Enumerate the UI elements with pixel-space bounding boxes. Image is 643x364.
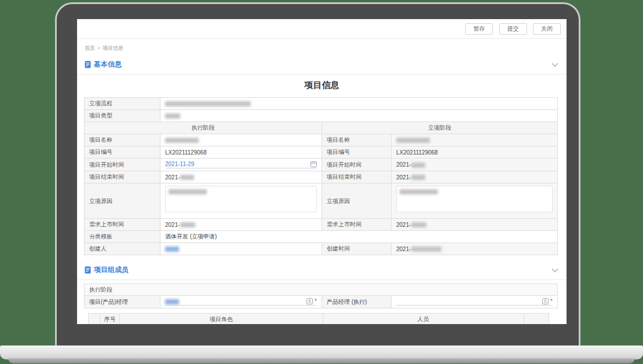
members-list-table: 序号 项目角色 人员 1 项目(产品)经理 2 产品经理(执行)	[88, 313, 549, 324]
app-window: 暂存 提交 关闭 首页>项目信息 基本信息 项目信息 立项流程	[77, 19, 567, 324]
table-row: 项目编号 LX20211129068 项目编号 LX20211129068	[85, 146, 558, 159]
creator-label: 创建人	[85, 243, 160, 255]
start-date-label: 项目开始时间	[85, 159, 160, 171]
basic-info-section-header[interactable]: 基本信息	[85, 60, 558, 69]
project-name-label: 项目名称	[85, 134, 160, 146]
actions-header	[524, 314, 549, 325]
start-date-input[interactable]: 2021-11-29	[165, 161, 317, 168]
members-section-title: 项目组成员	[94, 265, 129, 275]
submit-button[interactable]: 提交	[499, 23, 527, 35]
required-marker: *	[315, 299, 317, 304]
end-date-init-value: 2021-	[392, 171, 558, 183]
table-row: 立项流程	[85, 98, 558, 110]
project-code-label: 项目编号	[322, 146, 392, 159]
index-header: 序号	[100, 314, 120, 325]
section-divider	[77, 74, 567, 75]
launch-date-exec-value: 2021-	[160, 219, 322, 231]
members-form-table: 执行阶段 项目(产品)经理 * 产品经理 (执行)	[84, 284, 558, 308]
breadcrumb-separator: >	[97, 45, 100, 51]
type-value	[160, 110, 558, 122]
pm-value[interactable]	[165, 298, 306, 304]
calendar-icon[interactable]	[310, 161, 317, 167]
chevron-down-icon[interactable]	[551, 62, 558, 67]
required-marker: *	[550, 299, 553, 304]
pm-exec-cell: *	[392, 296, 558, 308]
person-header: 人员	[323, 314, 524, 325]
launch-date-label: 需求上市时间	[85, 219, 160, 231]
execution-phase-header: 执行阶段	[85, 122, 322, 134]
project-name-exec-value	[160, 134, 322, 146]
process-value	[160, 98, 558, 110]
project-name-init-value	[392, 134, 558, 146]
pm-picker-input[interactable]: *	[165, 298, 317, 306]
close-button[interactable]: 关闭	[533, 23, 561, 35]
user-picker-icon[interactable]	[306, 298, 313, 304]
basic-info-section-title: 基本信息	[94, 60, 122, 69]
end-date-exec-value: 2021-	[160, 171, 322, 183]
pm-exec-picker-input[interactable]: *	[396, 298, 553, 306]
project-code-exec-value: LX20211129068	[160, 146, 322, 159]
save-draft-button[interactable]: 暂存	[465, 23, 493, 35]
user-picker-icon[interactable]	[542, 298, 549, 304]
template-label: 分类模板	[85, 231, 160, 243]
reason-exec-cell	[160, 183, 322, 219]
project-code-init-value: LX20211129068	[392, 146, 558, 159]
table-row: 执行阶段 立项阶段	[85, 122, 558, 134]
pm-exec-label: 产品经理 (执行)	[322, 296, 392, 308]
table-row: 项目开始时间 2021-11-29 项目开始时间 2021-	[85, 159, 558, 171]
start-date-cell: 2021-11-29	[160, 159, 322, 171]
type-label: 项目类型	[85, 110, 160, 122]
table-header-row: 序号 项目角色 人员	[89, 314, 549, 325]
table-row: 项目(产品)经理 * 产品经理 (执行)	[85, 296, 558, 308]
end-date-label: 项目结束时间	[85, 171, 160, 183]
breadcrumb-home[interactable]: 首页	[85, 45, 95, 51]
laptop-base	[0, 345, 643, 359]
created-time-value: 2021-	[392, 243, 558, 255]
chevron-down-icon[interactable]	[551, 268, 558, 273]
process-label: 立项流程	[85, 98, 160, 110]
launch-date-label: 需求上市时间	[322, 219, 392, 231]
laptop-mockup: 暂存 提交 关闭 首页>项目信息 基本信息 项目信息 立项流程	[0, 0, 643, 364]
section-divider	[77, 280, 567, 280]
role-header: 项目角色	[120, 314, 323, 325]
table-row: 立项原因 立项原因	[85, 183, 558, 219]
template-value: 酒体开发 (立项申请)	[160, 231, 558, 243]
launch-date-init-value: 2021-	[392, 219, 558, 231]
created-time-label: 创建时间	[322, 243, 392, 255]
reason-label: 立项原因	[85, 183, 160, 219]
members-phase-header: 执行阶段	[85, 284, 558, 296]
table-row: 项目结束时间 2021- 项目结束时间 2021-	[85, 171, 558, 183]
toolbar: 暂存 提交 关闭	[77, 19, 567, 35]
initiation-phase-header: 立项阶段	[322, 122, 558, 134]
members-section-header[interactable]: 项目组成员	[85, 265, 558, 275]
project-code-label: 项目编号	[85, 146, 160, 159]
project-name-label: 项目名称	[322, 134, 392, 146]
table-row: 分类模板 酒体开发 (立项申请)	[85, 231, 558, 243]
reason-init-textarea	[396, 186, 553, 212]
table-row: 项目类型	[85, 110, 558, 122]
start-date-label: 项目开始时间	[322, 159, 392, 171]
table-row: 需求上市时间 2021- 需求上市时间 2021-	[85, 219, 558, 231]
select-all-header	[89, 314, 100, 325]
start-date-value[interactable]: 2021-11-29	[165, 161, 310, 167]
reason-label: 立项原因	[322, 183, 392, 219]
table-row: 执行阶段	[85, 284, 558, 296]
reason-init-cell	[392, 183, 558, 219]
reason-exec-textarea[interactable]	[165, 186, 317, 212]
document-icon	[85, 266, 91, 274]
pm-cell: *	[160, 296, 322, 308]
pm-label: 项目(产品)经理	[85, 296, 160, 308]
toolbar-divider	[77, 38, 567, 39]
breadcrumb: 首页>项目信息	[85, 45, 567, 52]
breadcrumb-current: 项目信息	[103, 45, 123, 51]
form-title: 项目信息	[77, 80, 567, 91]
table-row: 创建人 创建时间 2021-	[85, 243, 558, 255]
basic-info-table: 立项流程 项目类型 执行阶段 立项阶段 项目名称 项目名称 项目编号 LX202…	[84, 97, 558, 255]
creator-value[interactable]	[160, 243, 322, 255]
table-row: 项目名称 项目名称	[85, 134, 558, 146]
start-date-init-value: 2021-	[392, 159, 558, 171]
end-date-label: 项目结束时间	[322, 171, 392, 183]
laptop-base-shadow	[8, 358, 635, 363]
document-icon	[85, 61, 91, 68]
